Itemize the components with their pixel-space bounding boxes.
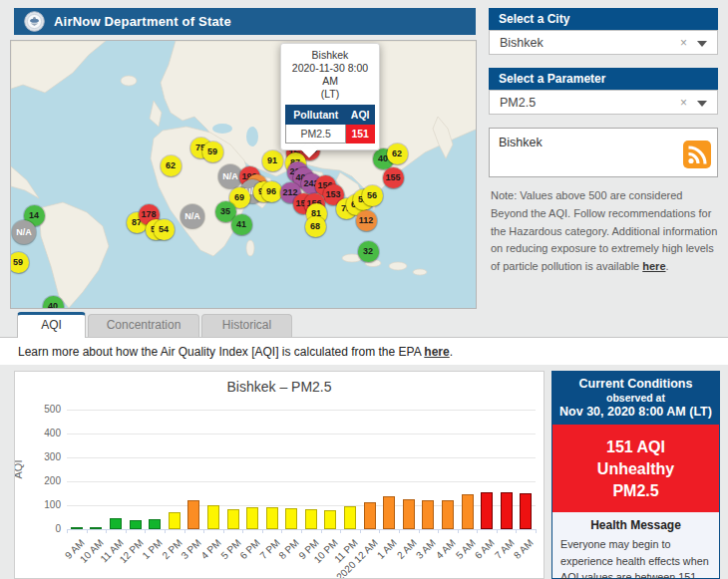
select-parameter-header: Select a Parameter: [489, 68, 718, 90]
aqi-marker[interactable]: 62: [161, 155, 182, 176]
chart-bar[interactable]: [364, 502, 376, 529]
chart-bar[interactable]: [462, 494, 474, 529]
app-title: AirNow Department of State: [54, 14, 231, 29]
chart-bar[interactable]: [130, 520, 142, 529]
chart-bar[interactable]: [246, 507, 258, 529]
x-axis-tick: [340, 529, 341, 533]
x-axis-tick: [477, 529, 478, 533]
chart-bar[interactable]: [344, 506, 356, 529]
chart-plot-area: 01002003004005009 AM10 AM11 AM12 PM1 PM2…: [15, 372, 544, 578]
chart-bar[interactable]: [187, 500, 199, 530]
x-axis-tick: [360, 529, 361, 533]
aqi-marker[interactable]: N/A: [12, 220, 36, 244]
cc-parameter: PM2.5: [554, 482, 717, 500]
x-axis-tick: [242, 529, 243, 533]
chart-bar[interactable]: [90, 527, 102, 529]
chart-bar[interactable]: [71, 527, 83, 529]
aqi-marker[interactable]: 59: [202, 142, 223, 162]
cc-aqi-block: 151 AQI Unhealthy PM2.5: [552, 425, 719, 512]
x-axis-tick: [106, 529, 107, 533]
learn-more-period: .: [450, 345, 453, 359]
aqi-marker[interactable]: 68: [305, 216, 326, 237]
y-axis-tick-label: 100: [27, 499, 61, 510]
city-dropdown-caret-icon[interactable]: [697, 41, 707, 47]
aqi-marker[interactable]: 54: [154, 219, 175, 240]
chart-bar[interactable]: [383, 496, 395, 529]
tab-historical[interactable]: Historical: [201, 314, 292, 337]
chart-bar[interactable]: [501, 492, 513, 529]
y-axis-tick-label: 200: [27, 475, 61, 486]
chart-panel: Bishkek – PM2.5 AQI 01002003004005009 AM…: [14, 371, 545, 579]
parameter-clear-icon[interactable]: ×: [680, 96, 687, 110]
cc-subtitle: observed at: [554, 392, 717, 404]
tab-concentration[interactable]: Concentration: [88, 314, 199, 337]
aqi-marker[interactable]: 32: [358, 241, 379, 262]
x-axis-tick: [458, 529, 459, 533]
aqi-marker[interactable]: 91: [262, 150, 283, 171]
cc-health-title: Health Message: [560, 518, 711, 532]
x-axis-tick: [145, 529, 146, 533]
city-clear-icon[interactable]: ×: [680, 36, 687, 50]
map[interactable]: 14N/A5940755962N/A190110N/A9896916935418…: [10, 40, 477, 309]
cc-title: Current Conditions: [554, 377, 717, 391]
chart-bar[interactable]: [403, 499, 415, 529]
aqi-marker[interactable]: 41: [231, 214, 252, 235]
y-axis-tick-label: 400: [27, 428, 61, 438]
x-axis-tick: [399, 529, 400, 533]
aqi-marker[interactable]: 112: [356, 210, 377, 231]
feed-box: Bishkek: [489, 128, 718, 177]
cc-aqi-value: 151 AQI: [554, 438, 717, 456]
aqi-marker[interactable]: N/A: [181, 204, 204, 228]
chart-bar[interactable]: [169, 512, 181, 529]
gridline: [67, 481, 536, 482]
popup-pollutant-value: PM2.5: [286, 124, 346, 143]
chart-bar[interactable]: [207, 505, 219, 529]
x-axis-tick: [379, 529, 380, 533]
gridline: [67, 434, 536, 434]
city-select-value: Bishkek: [500, 36, 544, 50]
chart-bar[interactable]: [227, 509, 239, 529]
chart-bar[interactable]: [520, 493, 532, 529]
aqi-marker[interactable]: 62: [387, 144, 408, 164]
aqi-marker[interactable]: 56: [362, 185, 383, 206]
x-axis-tick: [321, 529, 322, 533]
rss-feed-icon[interactable]: [683, 141, 711, 171]
current-conditions-header: Current Conditions observed at Nov 30, 2…: [552, 372, 719, 425]
chart-bar[interactable]: [110, 518, 122, 529]
note-period: .: [666, 260, 669, 272]
chart-bar[interactable]: [266, 507, 278, 529]
x-axis-tick: [184, 529, 185, 533]
tab-aqi[interactable]: AQI: [17, 312, 86, 338]
chart-bar[interactable]: [285, 508, 297, 529]
aqi-marker[interactable]: 155: [383, 167, 404, 188]
parameter-select-value: PM2.5: [500, 96, 536, 110]
select-city-header: Select a City: [489, 8, 718, 30]
city-select[interactable]: Bishkek ×: [489, 30, 718, 55]
chart-bar[interactable]: [305, 509, 317, 529]
aqi-marker[interactable]: 96: [261, 181, 282, 202]
x-axis-tick: [87, 529, 88, 533]
x-axis-tick: [203, 529, 204, 533]
chart-bar[interactable]: [442, 500, 454, 530]
x-axis-tick: [438, 529, 439, 533]
aqi-marker[interactable]: 59: [10, 252, 29, 273]
chart-bar[interactable]: [422, 500, 434, 529]
x-axis-tick: [419, 529, 420, 533]
popup-col-pollutant: Pollutant: [286, 105, 346, 124]
learn-more-here-link[interactable]: here: [424, 345, 449, 359]
parameter-dropdown-caret-icon[interactable]: [697, 101, 707, 107]
parameter-select[interactable]: PM2.5 ×: [489, 90, 718, 115]
chart-bar[interactable]: [149, 519, 161, 529]
popup-aqi-value: 151: [346, 124, 375, 143]
tab-content-strip: Learn more about how the Air Quality Ind…: [0, 337, 728, 365]
y-axis-tick-label: 500: [27, 404, 61, 415]
chart-bar[interactable]: [481, 492, 493, 529]
note-here-link[interactable]: here: [642, 260, 665, 272]
x-axis-tick: [516, 529, 517, 533]
gridline: [67, 410, 536, 411]
x-axis-tick: [536, 529, 537, 533]
cc-health-message: Health Message Everyone may begin to exp…: [552, 512, 719, 579]
x-axis-tick: [165, 529, 166, 533]
chart-bar[interactable]: [324, 510, 336, 529]
cc-aqi-category: Unhealthy: [554, 460, 717, 478]
